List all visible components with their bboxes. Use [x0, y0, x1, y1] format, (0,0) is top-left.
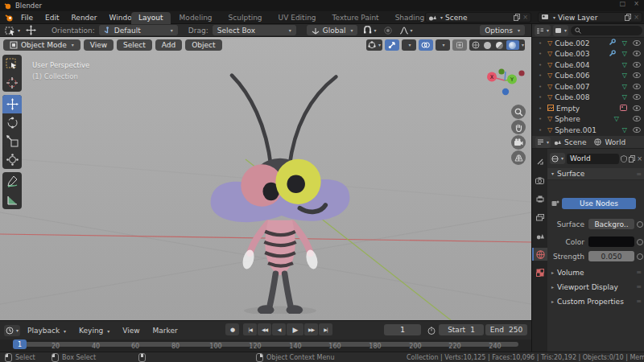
shading-wireframe[interactable]	[470, 40, 481, 50]
prev-keyframe-button[interactable]: ◀◀	[258, 323, 271, 335]
fake-user-shield-icon[interactable]	[621, 155, 627, 162]
options-button[interactable]: Options ▾	[480, 25, 525, 35]
transform-orientation-dropdown[interactable]: Global ▾	[307, 25, 358, 35]
tab-render[interactable]	[532, 174, 547, 187]
timeline-editor-type-dropdown[interactable]: ▾	[4, 325, 20, 336]
outliner-row-cube007[interactable]: •▽Cube.007 ▽	[532, 81, 644, 93]
view-layer-selector[interactable]: ▾ View Layer ×	[538, 12, 642, 23]
scene-selector[interactable]: ▾ Scene ×	[425, 12, 531, 23]
menu-view[interactable]: View	[84, 39, 114, 51]
tab-shading[interactable]: Shading	[388, 12, 429, 24]
proportional-editing-icon[interactable]	[382, 25, 394, 35]
tool-transform[interactable]	[2, 150, 22, 169]
proportional-falloff-icon[interactable]: ▾	[398, 25, 415, 35]
timeline-ruler[interactable]: 20 40 60 80 100 120 140 160 180 200 220 …	[0, 339, 531, 352]
tab-layout[interactable]: Layout	[131, 12, 171, 24]
auto-key-button[interactable]: ●	[225, 323, 239, 335]
move-tool-icon[interactable]	[26, 25, 36, 35]
menu-playback[interactable]: Playback ▾	[22, 327, 72, 335]
color-swatch[interactable]	[588, 237, 634, 247]
menu-marker[interactable]: Marker	[147, 327, 184, 335]
outliner-display-mode-dropdown[interactable]: ▾	[535, 25, 551, 36]
navigation-gizmo[interactable]: X Y	[481, 66, 530, 100]
world-browse-dropdown[interactable]: ▾	[550, 153, 565, 164]
tab-texture-paint[interactable]: Texture Paint	[325, 12, 386, 24]
menu-keying[interactable]: Keying ▾	[73, 327, 115, 335]
unlink-world-icon[interactable]: ×	[637, 155, 642, 162]
snap-magnet-icon[interactable]: ▾	[361, 25, 378, 35]
tool-measure[interactable]	[2, 191, 22, 209]
world-name-field[interactable]: World	[567, 154, 619, 164]
menu-select[interactable]: Select	[117, 39, 152, 51]
panel-volume[interactable]: ▸ Volume ≡	[547, 266, 644, 278]
editor-type-dropdown[interactable]: ▾	[535, 137, 551, 148]
tab-uv-editing[interactable]: UV Editing	[271, 12, 324, 24]
tab-texture[interactable]	[532, 266, 547, 279]
strength-slider[interactable]: 0.050	[588, 251, 634, 261]
breadcrumb-scene[interactable]: Scene	[564, 138, 586, 146]
new-scene-icon[interactable]	[514, 14, 520, 21]
current-frame-field[interactable]: 1	[384, 324, 421, 335]
tab-sculpting[interactable]: Sculpting	[221, 12, 270, 24]
overlays-toggle[interactable]	[419, 39, 433, 51]
animate-dot-icon[interactable]	[637, 221, 643, 228]
hide-eye-icon[interactable]	[633, 39, 641, 47]
hide-eye-icon[interactable]	[633, 61, 641, 69]
shading-material[interactable]	[494, 40, 506, 50]
tab-scene[interactable]	[532, 229, 547, 242]
panel-surface[interactable]: ▾ Surface ≡	[547, 168, 644, 180]
hide-eye-icon[interactable]	[633, 126, 641, 134]
tool-rotate[interactable]	[2, 113, 22, 132]
outliner-row-cube002[interactable]: •▽Cube.002 ▽	[532, 38, 644, 49]
outliner-row-cube008[interactable]: •▽Cube.008 ▽	[532, 93, 644, 104]
close-button[interactable]: ×	[634, 0, 639, 7]
animate-dot-icon[interactable]	[637, 239, 643, 245]
jump-end-button[interactable]: ▶|	[319, 323, 332, 335]
next-keyframe-button[interactable]: ▶▶	[304, 323, 318, 335]
tab-world[interactable]	[532, 248, 547, 261]
unlink-scene-icon[interactable]: ×	[522, 14, 528, 21]
viewport-3d[interactable]: Object Mode ▾ View Select Add Object ▾ ▾…	[0, 37, 531, 320]
drag-dropdown[interactable]: Select Box ▾	[213, 25, 296, 35]
show-gizmo-dropdown[interactable]: ▾	[366, 39, 382, 51]
use-nodes-button[interactable]: Use Nodes	[562, 198, 636, 209]
menu-edit[interactable]: Edit	[39, 13, 64, 23]
animate-dot-icon[interactable]	[637, 253, 643, 260]
hide-eye-icon[interactable]	[633, 115, 641, 123]
frame-end-field[interactable]: End250	[485, 324, 527, 335]
outliner-row-cube004[interactable]: •▽Cube.004 ▽	[532, 60, 644, 71]
outliner-row-empty[interactable]: • Empty	[532, 103, 644, 114]
tab-view-layer[interactable]	[532, 211, 547, 224]
camera-view-button[interactable]	[511, 135, 526, 150]
maximize-button[interactable]: □	[620, 0, 626, 7]
zoom-button[interactable]	[511, 105, 526, 119]
overlays-dropdown[interactable]: ▾	[436, 39, 450, 51]
menu-render[interactable]: Render	[66, 13, 103, 23]
surface-shader-dropdown[interactable]: Backgro..	[588, 219, 634, 229]
play-button[interactable]: ▶	[287, 323, 303, 335]
outliner-row-sphere001[interactable]: •▽Sphere.001 ▽	[532, 125, 644, 136]
gizmos-dropdown[interactable]: ▾	[402, 39, 416, 51]
new-view-layer-icon[interactable]	[625, 14, 631, 21]
xray-toggle[interactable]	[452, 39, 467, 51]
hide-eye-icon[interactable]	[633, 105, 641, 113]
shading-rendered[interactable]	[506, 40, 519, 50]
active-tool-icon[interactable]: ▾	[3, 25, 22, 35]
tool-select-box[interactable]	[2, 55, 22, 73]
play-reverse-button[interactable]: ◀	[272, 323, 286, 335]
mode-dropdown[interactable]: Object Mode ▾	[3, 39, 80, 51]
gizmos-toggle[interactable]	[385, 39, 399, 51]
tab-tool[interactable]	[532, 155, 547, 168]
frame-start-field[interactable]: Start1	[439, 324, 484, 335]
breadcrumb-world[interactable]: World	[605, 138, 625, 146]
hide-eye-icon[interactable]	[633, 50, 641, 58]
mosquito-character[interactable]	[200, 71, 361, 314]
outliner-row-cube003[interactable]: •▽Cube.003 ▽	[532, 49, 644, 60]
hide-eye-icon[interactable]	[633, 83, 641, 91]
copy-icon[interactable]	[629, 155, 635, 162]
remove-view-layer-icon[interactable]: ×	[634, 14, 639, 21]
tool-annotate[interactable]	[2, 172, 22, 191]
blender-app-menu-icon[interactable]	[5, 14, 14, 22]
menu-object[interactable]: Object	[185, 39, 221, 51]
menu-add[interactable]: Add	[155, 39, 182, 51]
